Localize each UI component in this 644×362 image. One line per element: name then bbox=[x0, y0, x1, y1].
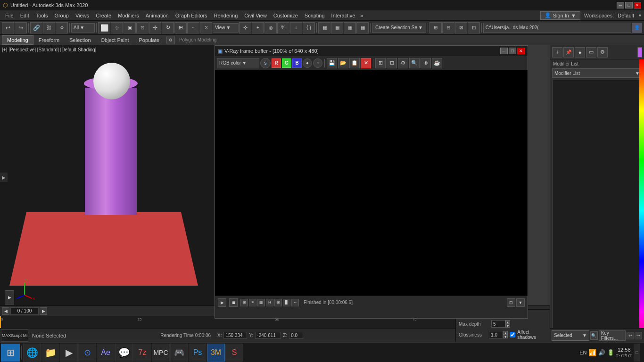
glossiness-up[interactable]: ▲ bbox=[503, 331, 508, 335]
menu-views[interactable]: Views bbox=[72, 10, 92, 21]
menu-animation[interactable]: Animation bbox=[142, 10, 172, 21]
taskbar-explorer[interactable]: 📁 bbox=[41, 344, 59, 362]
menu-modifiers[interactable]: Modifiers bbox=[115, 10, 142, 21]
taskbar-wmp[interactable]: ▶ bbox=[60, 344, 78, 362]
glossiness-spinner[interactable]: ▲ ▼ bbox=[489, 331, 508, 338]
menu-rendering[interactable]: Rendering bbox=[211, 10, 241, 21]
color-swatch[interactable] bbox=[637, 47, 642, 58]
unlink-button[interactable]: ⛓ bbox=[43, 22, 55, 33]
modifier-list-dropdown[interactable]: Modifier List ▼ bbox=[552, 68, 642, 78]
vray-stop-button[interactable]: ⏹ bbox=[229, 298, 238, 307]
select-region-button[interactable]: ⬜ bbox=[98, 22, 110, 33]
redo-button[interactable]: ↪ bbox=[15, 22, 27, 33]
menu-edit[interactable]: Edit bbox=[17, 10, 33, 21]
glossiness-down[interactable]: ▼ bbox=[503, 335, 508, 338]
maximize-button[interactable]: □ bbox=[625, 2, 633, 8]
key-filters-button[interactable]: Key Filters... bbox=[599, 330, 626, 341]
max-depth-spinner[interactable]: ▲ ▼ bbox=[491, 320, 510, 328]
start-button[interactable]: ⊞ bbox=[1, 344, 20, 362]
select-button[interactable]: ⊹ bbox=[111, 22, 123, 33]
maxscript-box[interactable]: MAXScript Mi bbox=[1, 329, 28, 342]
taskbar-mpc[interactable]: MPC bbox=[152, 344, 170, 362]
toolbar-btn-extra3[interactable]: ⊠ bbox=[455, 22, 467, 33]
toolbar-btn-extra2[interactable]: ⊟ bbox=[442, 22, 454, 33]
taskbar-chrome[interactable]: ⊙ bbox=[78, 344, 96, 362]
taskbar-notification[interactable]: □ bbox=[634, 344, 640, 362]
menu-group[interactable]: Group bbox=[51, 10, 72, 21]
vray-render-button[interactable]: ⊞ bbox=[375, 58, 386, 68]
tab-object-paint[interactable]: Object Paint bbox=[96, 35, 134, 45]
tab-populate[interactable]: Populate bbox=[134, 35, 164, 45]
vray-cup-button[interactable]: ☕ bbox=[432, 58, 442, 68]
menu-interactive[interactable]: Interactive bbox=[328, 10, 359, 21]
nav-btn-2[interactable]: ↪ bbox=[635, 332, 642, 339]
vray-play-button[interactable]: ▶ bbox=[218, 298, 226, 307]
vray-settings-button[interactable]: ⚙ bbox=[398, 58, 408, 68]
percent-snap-button[interactable]: % bbox=[277, 22, 289, 33]
menu-customize[interactable]: Customize bbox=[270, 10, 301, 21]
tl-prev-button[interactable]: ◀ bbox=[2, 307, 9, 315]
glossiness-input[interactable] bbox=[489, 331, 503, 338]
minimize-button[interactable]: ─ bbox=[617, 2, 624, 8]
menu-more[interactable]: » bbox=[358, 10, 365, 21]
spinner-snap-button[interactable]: ↕ bbox=[290, 22, 302, 33]
path-box[interactable]: C:\Users\ja...ds Max 202( bbox=[483, 23, 631, 33]
vray-region-button[interactable]: ⊡ bbox=[387, 58, 397, 68]
vray-minimize-button[interactable]: ─ bbox=[500, 48, 508, 54]
modifier-list-box[interactable] bbox=[552, 80, 642, 340]
menu-graph-editors[interactable]: Graph Editors bbox=[172, 10, 211, 21]
max-depth-input[interactable] bbox=[491, 320, 505, 328]
menu-scripting[interactable]: Scripting bbox=[301, 10, 328, 21]
vray-g-button[interactable]: G bbox=[282, 58, 291, 68]
link-button[interactable]: 🔗 bbox=[30, 22, 42, 33]
toolbar-btn-extra1[interactable]: ⊞ bbox=[429, 22, 442, 33]
menu-file[interactable]: File bbox=[2, 10, 17, 21]
max-depth-down[interactable]: ▼ bbox=[505, 324, 510, 328]
mirror-button[interactable]: ⚬ bbox=[187, 22, 199, 33]
taskbar-substance[interactable]: S bbox=[225, 344, 243, 362]
toolbar-btn-extra4[interactable]: ⊡ bbox=[468, 22, 480, 33]
vray-expand-button[interactable]: ⊡ bbox=[507, 298, 515, 307]
select-filter-dropdown[interactable]: All ▼ bbox=[71, 23, 95, 33]
color-gradient-bar[interactable] bbox=[639, 59, 644, 362]
menu-create[interactable]: Create bbox=[92, 10, 115, 21]
vray-open-button[interactable]: 📂 bbox=[338, 58, 348, 68]
align-button[interactable]: ⧖ bbox=[200, 22, 212, 33]
nav-btn-1[interactable]: ↩ bbox=[627, 332, 634, 339]
vray-r-button[interactable]: R bbox=[272, 58, 281, 68]
layer-button1[interactable]: ▦ bbox=[318, 22, 330, 33]
taskbar-3dsmax[interactable]: 3M bbox=[207, 344, 225, 362]
bind-button[interactable]: ⚙ bbox=[56, 22, 68, 33]
select-region3-button[interactable]: ⊡ bbox=[136, 22, 149, 33]
vray-maximize-button[interactable]: □ bbox=[509, 48, 516, 54]
search-icon[interactable]: 🔍 bbox=[590, 331, 598, 340]
vray-circle-button[interactable]: ● bbox=[303, 58, 312, 68]
rp-settings-btn[interactable]: ⚙ bbox=[597, 47, 608, 58]
angle-snap-button[interactable]: ◎ bbox=[264, 22, 277, 33]
vray-srgb-button[interactable]: s bbox=[260, 58, 271, 68]
selected-dropdown[interactable]: Selected ▼ bbox=[552, 330, 589, 341]
taskbar-ie[interactable]: 🌐 bbox=[23, 344, 41, 362]
snap-toggle-button[interactable]: ⊹ bbox=[239, 22, 251, 33]
vray-close-button[interactable]: ✕ bbox=[517, 48, 525, 54]
tl-next-button[interactable]: ▶ bbox=[40, 307, 47, 315]
taskbar-ps[interactable]: Ps bbox=[189, 344, 206, 362]
vray-collapse-button[interactable]: ▼ bbox=[516, 298, 525, 307]
taskbar-cs[interactable]: 🎮 bbox=[170, 344, 188, 362]
affect-shadows-checkbox[interactable] bbox=[510, 332, 515, 337]
rotate-button[interactable]: ↻ bbox=[162, 22, 174, 33]
taskbar-whatsapp[interactable]: 💬 bbox=[115, 344, 133, 362]
tab-modeling[interactable]: Modeling bbox=[2, 35, 33, 45]
viewport[interactable]: [+] [Perspective] [Standard] [Default Sh… bbox=[0, 45, 215, 309]
layer-button2[interactable]: ▦ bbox=[331, 22, 343, 33]
rp-pin-btn[interactable]: 📌 bbox=[563, 47, 574, 58]
max-depth-up[interactable]: ▲ bbox=[505, 320, 510, 324]
close-button[interactable]: ✕ bbox=[634, 2, 641, 8]
vray-copy-button[interactable]: 📋 bbox=[349, 58, 360, 68]
view-dropdown[interactable]: View ▼ bbox=[213, 23, 239, 33]
vray-color-mode[interactable]: RGB color ▼ bbox=[217, 58, 259, 68]
menu-tools[interactable]: Tools bbox=[33, 10, 51, 21]
vray-b-button[interactable]: B bbox=[292, 58, 302, 68]
move-button[interactable]: ✛ bbox=[149, 22, 161, 33]
snap2-button[interactable]: + bbox=[252, 22, 264, 33]
